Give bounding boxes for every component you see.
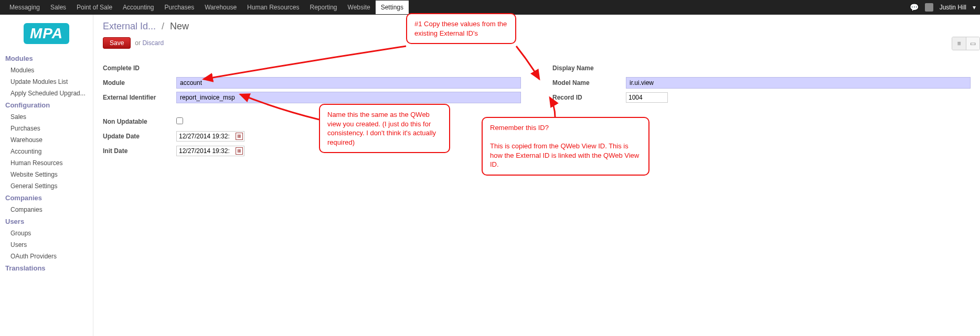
- topbar-right: 💬 Justin Hill ▾: [910, 3, 976, 12]
- discard-link[interactable]: Discard: [142, 39, 164, 47]
- label-module: Module: [103, 79, 176, 86]
- non-updatable-checkbox[interactable]: [176, 117, 183, 124]
- sidebar-section-title[interactable]: Translations: [0, 262, 93, 274]
- sidebar: MPA ModulesModulesUpdate Modules ListApp…: [0, 15, 93, 336]
- sidebar-item[interactable]: Modules: [0, 64, 93, 76]
- annotation-1: #1 Copy these values from the existing E…: [406, 13, 516, 44]
- sidebar-section-title[interactable]: Users: [0, 215, 93, 227]
- topnav-item[interactable]: Settings: [376, 1, 409, 14]
- calendar-icon[interactable]: ▦: [236, 133, 243, 140]
- view-list-button[interactable]: ≡: [952, 37, 966, 50]
- record-id-input[interactable]: [626, 92, 668, 103]
- topnav-item[interactable]: Warehouse: [199, 1, 242, 14]
- sidebar-item[interactable]: Human Resources: [0, 157, 93, 169]
- sidebar-section-title[interactable]: Configuration: [0, 99, 93, 111]
- form-left: Complete ID Module External Identifier N…: [103, 61, 521, 159]
- label-record-id: Record ID: [552, 94, 626, 101]
- topnav-item[interactable]: Purchases: [159, 1, 199, 14]
- sidebar-item[interactable]: Update Modules List: [0, 76, 93, 88]
- breadcrumb-current: New: [170, 21, 189, 31]
- sidebar-section-title[interactable]: Modules: [0, 52, 93, 64]
- breadcrumb-sep: /: [158, 21, 167, 31]
- sidebar-item[interactable]: Warehouse: [0, 134, 93, 146]
- sidebar-section-title[interactable]: Companies: [0, 192, 93, 204]
- main: External Id... / New Save or Discard ≡ ▭…: [93, 15, 980, 336]
- topnav-item[interactable]: Point of Sale: [71, 1, 118, 14]
- view-switch: ≡ ▭: [952, 37, 980, 50]
- logo: MPA: [0, 19, 93, 52]
- update-date-input[interactable]: [178, 132, 236, 140]
- breadcrumb-parent[interactable]: External Id...: [103, 21, 156, 31]
- topnav: MessagingSalesPoint of SaleAccountingPur…: [4, 1, 409, 14]
- model-name-input[interactable]: [626, 77, 971, 89]
- actionbar: Save or Discard: [103, 37, 971, 49]
- label-init-date: Init Date: [103, 147, 176, 155]
- logo-text: MPA: [24, 23, 69, 44]
- label-non-updatable: Non Updatable: [103, 118, 176, 125]
- label-display-name: Display Name: [552, 64, 626, 72]
- sidebar-item[interactable]: Sales: [0, 111, 93, 123]
- sidebar-item[interactable]: Users: [0, 239, 93, 251]
- init-date-input[interactable]: [178, 147, 236, 155]
- topnav-item[interactable]: Sales: [45, 1, 71, 14]
- topnav-item[interactable]: Messaging: [4, 1, 45, 14]
- sidebar-item[interactable]: OAuth Providers: [0, 251, 93, 262]
- sidebar-item[interactable]: Apply Scheduled Upgrad...: [0, 88, 93, 99]
- label-model-name: Model Name: [552, 79, 626, 86]
- calendar-icon[interactable]: ▦: [236, 147, 243, 155]
- topnav-item[interactable]: Human Resources: [242, 1, 304, 14]
- user-caret-icon[interactable]: ▾: [973, 4, 976, 11]
- topbar: MessagingSalesPoint of SaleAccountingPur…: [0, 0, 980, 15]
- sidebar-item[interactable]: Purchases: [0, 123, 93, 134]
- sidebar-item[interactable]: Accounting: [0, 146, 93, 157]
- save-button[interactable]: Save: [103, 37, 131, 49]
- label-complete-id: Complete ID: [103, 64, 176, 72]
- label-update-date: Update Date: [103, 133, 176, 140]
- sidebar-item[interactable]: Groups: [0, 227, 93, 239]
- sidebar-item[interactable]: General Settings: [0, 180, 93, 192]
- sidebar-item[interactable]: Website Settings: [0, 169, 93, 180]
- topnav-item[interactable]: Website: [343, 1, 376, 14]
- topnav-item[interactable]: Accounting: [118, 1, 159, 14]
- annotation-3: Remember this ID? This is copied from th…: [482, 117, 649, 176]
- or-text: or: [135, 39, 141, 47]
- annotation-2: Name this the same as the QWeb view you …: [319, 104, 450, 153]
- user-name[interactable]: Justin Hill: [940, 4, 966, 11]
- avatar[interactable]: [925, 3, 933, 12]
- module-input[interactable]: [176, 77, 521, 89]
- chat-icon[interactable]: 💬: [910, 3, 919, 12]
- view-form-button[interactable]: ▭: [966, 37, 979, 50]
- sidebar-item[interactable]: Companies: [0, 204, 93, 215]
- external-identifier-input[interactable]: [176, 92, 521, 103]
- label-ext-id: External Identifier: [103, 94, 176, 101]
- breadcrumb: External Id... / New: [103, 21, 971, 32]
- topnav-item[interactable]: Reporting: [304, 1, 342, 14]
